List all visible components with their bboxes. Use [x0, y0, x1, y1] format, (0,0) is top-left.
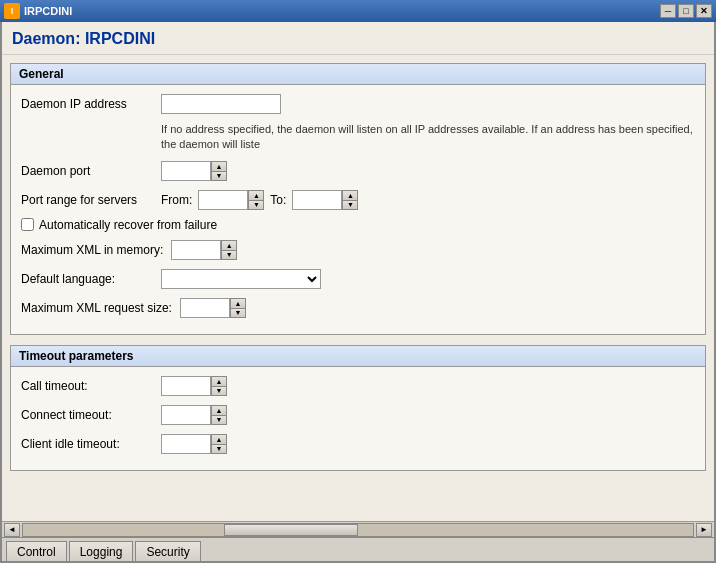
port-range-controls: From: 0 ▲ ▼ To: 0 ▲ [161, 190, 358, 210]
daemon-port-label: Daemon port [21, 164, 161, 178]
auto-recover-checkbox[interactable] [21, 218, 34, 231]
daemon-ip-row: Daemon IP address [21, 93, 695, 115]
scroll-right-arrow[interactable]: ► [696, 523, 712, 537]
daemon-port-up[interactable]: ▲ [211, 161, 227, 171]
title-bar: I IRPCDINI ─ □ ✕ [0, 0, 716, 22]
auto-recover-label: Automatically recover from failure [39, 218, 217, 232]
client-idle-row: Client idle timeout: 0 ▲ ▼ [21, 433, 695, 455]
default-lang-label: Default language: [21, 272, 161, 286]
call-timeout-down[interactable]: ▼ [211, 386, 227, 396]
connect-timeout-label: Connect timeout: [21, 408, 161, 422]
connect-timeout-up[interactable]: ▲ [211, 405, 227, 415]
port-range-to-up[interactable]: ▲ [342, 190, 358, 200]
tab-logging[interactable]: Logging [69, 541, 134, 561]
port-range-to-input[interactable]: 0 [292, 190, 342, 210]
tab-control[interactable]: Control [6, 541, 67, 561]
close-button[interactable]: ✕ [696, 4, 712, 18]
main-window: Daemon: IRPCDINI General Daemon IP addre… [0, 22, 716, 563]
tab-control-label: Control [17, 545, 56, 559]
max-xml-req-label: Maximum XML request size: [21, 301, 180, 315]
daemon-ip-input[interactable] [161, 94, 281, 114]
port-range-to-spinner: 0 ▲ ▼ [292, 190, 358, 210]
app-icon: I [4, 3, 20, 19]
max-xml-req-row: Maximum XML request size: 65535 ▲ ▼ [21, 297, 695, 319]
to-label: To: [270, 193, 286, 207]
port-range-label: Port range for servers [21, 193, 161, 207]
timeout-section: Timeout parameters Call timeout: 60 ▲ ▼ [10, 345, 706, 471]
max-xml-row: Maximum XML in memory: 65535 ▲ ▼ [21, 239, 695, 261]
max-xml-req-down[interactable]: ▼ [230, 308, 246, 318]
port-range-from-input[interactable]: 0 [198, 190, 248, 210]
scroll-thumb[interactable] [224, 524, 358, 536]
port-range-from-down[interactable]: ▼ [248, 200, 264, 210]
max-xml-btns: ▲ ▼ [221, 240, 237, 260]
daemon-port-down[interactable]: ▼ [211, 171, 227, 181]
client-idle-spinner: 0 ▲ ▼ [161, 434, 227, 454]
timeout-section-body: Call timeout: 60 ▲ ▼ Connect timeout: 60 [11, 367, 705, 470]
connect-timeout-input[interactable]: 60 [161, 405, 211, 425]
connect-timeout-down[interactable]: ▼ [211, 415, 227, 425]
client-idle-btns: ▲ ▼ [211, 434, 227, 454]
connect-timeout-row: Connect timeout: 60 ▲ ▼ [21, 404, 695, 426]
max-xml-spinner: 65535 ▲ ▼ [171, 240, 237, 260]
max-xml-req-btns: ▲ ▼ [230, 298, 246, 318]
max-xml-input[interactable]: 65535 [171, 240, 221, 260]
call-timeout-input[interactable]: 60 [161, 376, 211, 396]
auto-recover-row: Automatically recover from failure [21, 218, 695, 232]
max-xml-req-up[interactable]: ▲ [230, 298, 246, 308]
max-xml-label: Maximum XML in memory: [21, 243, 171, 257]
daemon-port-input[interactable]: 0 [161, 161, 211, 181]
port-range-to-btns: ▲ ▼ [342, 190, 358, 210]
general-section-header: General [11, 64, 705, 85]
default-lang-row: Default language: [21, 268, 695, 290]
tab-logging-label: Logging [80, 545, 123, 559]
default-lang-select[interactable] [161, 269, 321, 289]
general-section: General Daemon IP address If no address … [10, 63, 706, 335]
tab-bar: Control Logging Security [2, 537, 714, 561]
page-title: Daemon: IRPCDINI [2, 22, 714, 55]
port-range-from-up[interactable]: ▲ [248, 190, 264, 200]
title-bar-text: IRPCDINI [24, 5, 72, 17]
connect-timeout-btns: ▲ ▼ [211, 405, 227, 425]
client-idle-label: Client idle timeout: [21, 437, 161, 451]
port-range-to-down[interactable]: ▼ [342, 200, 358, 210]
call-timeout-row: Call timeout: 60 ▲ ▼ [21, 375, 695, 397]
max-xml-req-input[interactable]: 65535 [180, 298, 230, 318]
tab-security-label: Security [146, 545, 189, 559]
max-xml-up[interactable]: ▲ [221, 240, 237, 250]
from-label: From: [161, 193, 192, 207]
general-section-body: Daemon IP address If no address specifie… [11, 85, 705, 334]
call-timeout-btns: ▲ ▼ [211, 376, 227, 396]
connect-timeout-spinner: 60 ▲ ▼ [161, 405, 227, 425]
call-timeout-up[interactable]: ▲ [211, 376, 227, 386]
title-bar-controls: ─ □ ✕ [660, 4, 712, 18]
tab-security[interactable]: Security [135, 541, 200, 561]
daemon-port-spinner-btns: ▲ ▼ [211, 161, 227, 181]
title-bar-left: I IRPCDINI [4, 3, 72, 19]
daemon-ip-info: If no address specified, the daemon will… [161, 122, 695, 153]
scroll-left-arrow[interactable]: ◄ [4, 523, 20, 537]
minimize-button[interactable]: ─ [660, 4, 676, 18]
maximize-button[interactable]: □ [678, 4, 694, 18]
daemon-port-row: Daemon port 0 ▲ ▼ [21, 160, 695, 182]
max-xml-req-spinner: 65535 ▲ ▼ [180, 298, 246, 318]
daemon-port-spinner: 0 ▲ ▼ [161, 161, 227, 181]
client-idle-input[interactable]: 0 [161, 434, 211, 454]
horizontal-scrollbar[interactable]: ◄ ► [2, 521, 714, 537]
port-range-row: Port range for servers From: 0 ▲ ▼ To: [21, 189, 695, 211]
call-timeout-spinner: 60 ▲ ▼ [161, 376, 227, 396]
call-timeout-label: Call timeout: [21, 379, 161, 393]
timeout-section-header: Timeout parameters [11, 346, 705, 367]
scroll-track[interactable] [22, 523, 694, 537]
content-area: General Daemon IP address If no address … [2, 55, 714, 521]
client-idle-down[interactable]: ▼ [211, 444, 227, 454]
max-xml-down[interactable]: ▼ [221, 250, 237, 260]
client-idle-up[interactable]: ▲ [211, 434, 227, 444]
port-range-from-spinner: 0 ▲ ▼ [198, 190, 264, 210]
port-range-from-btns: ▲ ▼ [248, 190, 264, 210]
daemon-ip-label: Daemon IP address [21, 97, 161, 111]
